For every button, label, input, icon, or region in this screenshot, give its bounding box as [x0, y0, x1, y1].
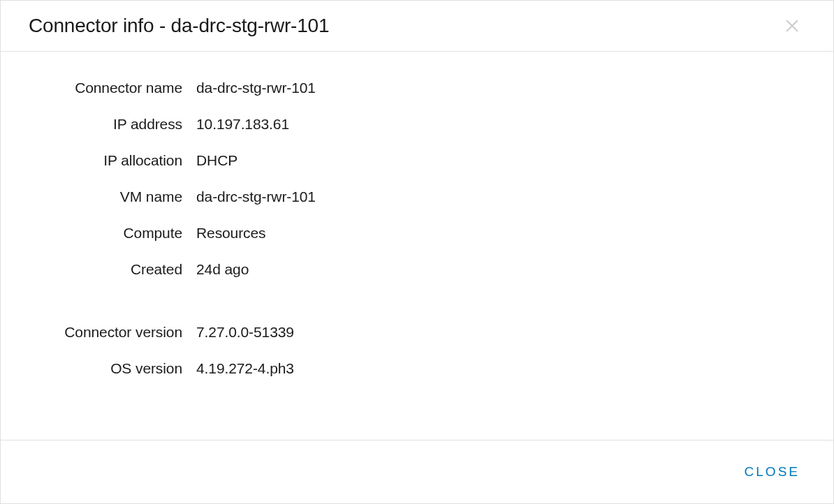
label-compute: Compute	[29, 225, 182, 242]
value-created: 24d ago	[196, 261, 805, 278]
value-compute: Resources	[196, 225, 805, 242]
modal-title: Connector info - da-drc-stg-rwr-101	[29, 15, 329, 37]
label-ip-allocation: IP allocation	[29, 152, 182, 169]
value-ip-allocation: DHCP	[196, 152, 805, 169]
label-created: Created	[29, 261, 182, 278]
close-button[interactable]: CLOSE	[745, 460, 800, 484]
value-connector-name: da-drc-stg-rwr-101	[196, 80, 805, 96]
modal-header: Connector info - da-drc-stg-rwr-101	[1, 1, 833, 52]
value-ip-address: 10.197.183.61	[196, 116, 805, 133]
label-ip-address: IP address	[29, 116, 182, 133]
modal-footer: CLOSE	[1, 440, 833, 503]
modal-body: Connector name da-drc-stg-rwr-101 IP add…	[1, 52, 833, 440]
info-list: Connector name da-drc-stg-rwr-101 IP add…	[29, 80, 805, 377]
close-icon[interactable]	[779, 15, 805, 36]
label-os-version: OS version	[29, 360, 182, 377]
group-spacer	[29, 297, 805, 304]
value-connector-version: 7.27.0.0-51339	[196, 324, 805, 341]
label-connector-name: Connector name	[29, 80, 182, 96]
value-vm-name: da-drc-stg-rwr-101	[196, 188, 805, 205]
title-prefix: Connector info -	[29, 15, 171, 36]
label-connector-version: Connector version	[29, 324, 182, 341]
connector-info-modal: Connector info - da-drc-stg-rwr-101 Conn…	[0, 0, 834, 504]
value-os-version: 4.19.272-4.ph3	[196, 360, 805, 377]
title-connector-name: da-drc-stg-rwr-101	[171, 15, 330, 36]
label-vm-name: VM name	[29, 188, 182, 205]
